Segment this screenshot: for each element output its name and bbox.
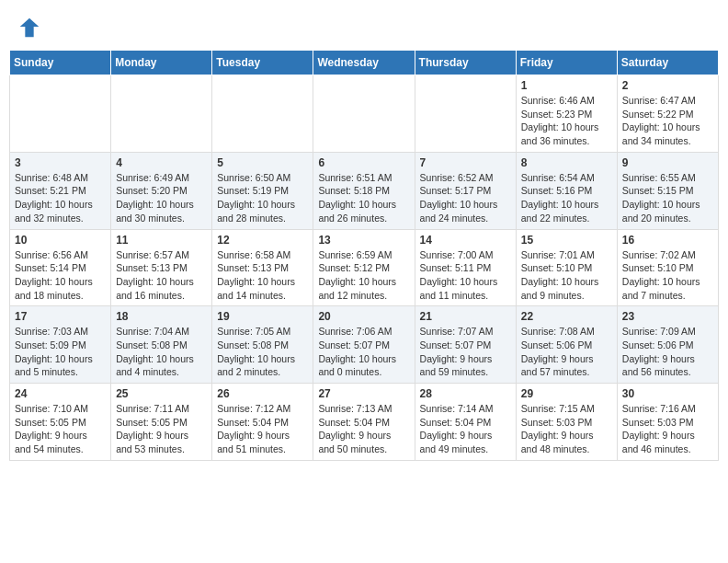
day-info: Sunrise: 7:12 AMSunset: 5:04 PMDaylight:… <box>217 402 308 456</box>
day-info: Sunrise: 6:57 AMSunset: 5:13 PMDaylight:… <box>116 248 207 303</box>
day-info: Sunrise: 7:09 AMSunset: 5:06 PMDaylight:… <box>622 325 713 379</box>
day-number: 9 <box>622 156 713 169</box>
day-info: Sunrise: 6:54 AMSunset: 5:16 PMDaylight:… <box>521 171 612 225</box>
day-info: Sunrise: 7:01 AMSunset: 5:10 PMDaylight:… <box>521 248 612 303</box>
day-number: 25 <box>116 387 207 400</box>
calendar-cell: 19Sunrise: 7:05 AMSunset: 5:08 PMDayligh… <box>212 306 313 384</box>
weekday-header-tuesday: Tuesday <box>212 51 313 75</box>
day-info: Sunrise: 6:49 AMSunset: 5:20 PMDaylight:… <box>116 171 207 225</box>
calendar-cell: 3Sunrise: 6:48 AMSunset: 5:21 PMDaylight… <box>10 152 111 229</box>
calendar-cell: 25Sunrise: 7:11 AMSunset: 5:05 PMDayligh… <box>111 384 212 461</box>
day-number: 28 <box>420 387 511 400</box>
day-info: Sunrise: 7:10 AMSunset: 5:05 PMDaylight:… <box>15 402 106 456</box>
day-info: Sunrise: 6:55 AMSunset: 5:15 PMDaylight:… <box>622 171 713 225</box>
calendar-cell: 5Sunrise: 6:50 AMSunset: 5:19 PMDaylight… <box>212 152 313 229</box>
calendar-cell: 21Sunrise: 7:07 AMSunset: 5:07 PMDayligh… <box>415 306 516 384</box>
day-number: 15 <box>521 234 612 247</box>
day-number: 26 <box>217 387 308 400</box>
page-header <box>9 9 719 46</box>
day-info: Sunrise: 6:52 AMSunset: 5:17 PMDaylight:… <box>420 171 511 225</box>
calendar-cell: 7Sunrise: 6:52 AMSunset: 5:17 PMDaylight… <box>415 152 516 229</box>
day-number: 20 <box>318 310 409 323</box>
calendar-cell <box>10 75 111 153</box>
calendar-week-2: 3Sunrise: 6:48 AMSunset: 5:21 PMDaylight… <box>10 152 719 229</box>
day-number: 4 <box>116 156 207 169</box>
day-info: Sunrise: 7:11 AMSunset: 5:05 PMDaylight:… <box>116 402 207 456</box>
day-info: Sunrise: 7:07 AMSunset: 5:07 PMDaylight:… <box>420 325 511 379</box>
day-info: Sunrise: 7:05 AMSunset: 5:08 PMDaylight:… <box>217 325 308 379</box>
calendar-header: SundayMondayTuesdayWednesdayThursdayFrid… <box>10 51 719 75</box>
day-info: Sunrise: 7:00 AMSunset: 5:11 PMDaylight:… <box>420 248 511 303</box>
calendar-cell: 20Sunrise: 7:06 AMSunset: 5:07 PMDayligh… <box>313 306 415 384</box>
calendar-cell: 13Sunrise: 6:59 AMSunset: 5:12 PMDayligh… <box>313 229 415 306</box>
day-info: Sunrise: 6:46 AMSunset: 5:23 PMDaylight:… <box>521 94 612 148</box>
calendar-cell: 11Sunrise: 6:57 AMSunset: 5:13 PMDayligh… <box>111 229 212 306</box>
day-number: 5 <box>217 156 308 169</box>
day-info: Sunrise: 6:50 AMSunset: 5:19 PMDaylight:… <box>217 171 308 225</box>
day-number: 27 <box>318 387 409 400</box>
day-number: 24 <box>15 387 106 400</box>
calendar-cell <box>111 75 212 153</box>
calendar-cell: 8Sunrise: 6:54 AMSunset: 5:16 PMDaylight… <box>516 152 617 229</box>
day-number: 29 <box>521 387 612 400</box>
day-number: 11 <box>116 234 207 247</box>
day-info: Sunrise: 6:47 AMSunset: 5:22 PMDaylight:… <box>622 94 713 148</box>
calendar-cell: 16Sunrise: 7:02 AMSunset: 5:10 PMDayligh… <box>617 229 718 306</box>
day-info: Sunrise: 7:16 AMSunset: 5:03 PMDaylight:… <box>622 402 713 456</box>
calendar-cell: 17Sunrise: 7:03 AMSunset: 5:09 PMDayligh… <box>10 306 111 384</box>
day-info: Sunrise: 7:08 AMSunset: 5:06 PMDaylight:… <box>521 325 612 379</box>
day-number: 30 <box>622 387 713 400</box>
weekday-header-row: SundayMondayTuesdayWednesdayThursdayFrid… <box>10 51 719 75</box>
day-number: 10 <box>15 234 106 247</box>
calendar-cell: 2Sunrise: 6:47 AMSunset: 5:22 PMDaylight… <box>617 75 718 153</box>
calendar-cell: 6Sunrise: 6:51 AMSunset: 5:18 PMDaylight… <box>313 152 415 229</box>
calendar-cell: 14Sunrise: 7:00 AMSunset: 5:11 PMDayligh… <box>415 229 516 306</box>
day-number: 21 <box>420 310 511 323</box>
day-info: Sunrise: 6:58 AMSunset: 5:13 PMDaylight:… <box>217 248 308 303</box>
day-info: Sunrise: 7:04 AMSunset: 5:08 PMDaylight:… <box>116 325 207 379</box>
day-number: 3 <box>15 156 106 169</box>
calendar-cell: 18Sunrise: 7:04 AMSunset: 5:08 PMDayligh… <box>111 306 212 384</box>
calendar-week-3: 10Sunrise: 6:56 AMSunset: 5:14 PMDayligh… <box>10 229 719 306</box>
day-info: Sunrise: 7:03 AMSunset: 5:09 PMDaylight:… <box>15 325 106 379</box>
day-number: 8 <box>521 156 612 169</box>
logo <box>17 15 44 40</box>
day-info: Sunrise: 6:48 AMSunset: 5:21 PMDaylight:… <box>15 171 106 225</box>
calendar-table: SundayMondayTuesdayWednesdayThursdayFrid… <box>9 50 719 461</box>
calendar-cell: 26Sunrise: 7:12 AMSunset: 5:04 PMDayligh… <box>212 384 313 461</box>
day-info: Sunrise: 7:14 AMSunset: 5:04 PMDaylight:… <box>420 402 511 456</box>
calendar-cell <box>212 75 313 153</box>
calendar-cell: 27Sunrise: 7:13 AMSunset: 5:04 PMDayligh… <box>313 384 415 461</box>
calendar-cell: 10Sunrise: 6:56 AMSunset: 5:14 PMDayligh… <box>10 229 111 306</box>
calendar-cell: 4Sunrise: 6:49 AMSunset: 5:20 PMDaylight… <box>111 152 212 229</box>
weekday-header-sunday: Sunday <box>10 51 111 75</box>
calendar-cell: 23Sunrise: 7:09 AMSunset: 5:06 PMDayligh… <box>617 306 718 384</box>
day-number: 22 <box>521 310 612 323</box>
weekday-header-wednesday: Wednesday <box>313 51 415 75</box>
calendar-cell <box>313 75 415 153</box>
day-info: Sunrise: 7:06 AMSunset: 5:07 PMDaylight:… <box>318 325 409 379</box>
weekday-header-thursday: Thursday <box>415 51 516 75</box>
day-number: 19 <box>217 310 308 323</box>
calendar-cell: 9Sunrise: 6:55 AMSunset: 5:15 PMDaylight… <box>617 152 718 229</box>
calendar-week-4: 17Sunrise: 7:03 AMSunset: 5:09 PMDayligh… <box>10 306 719 384</box>
calendar-cell: 1Sunrise: 6:46 AMSunset: 5:23 PMDaylight… <box>516 75 617 153</box>
day-number: 18 <box>116 310 207 323</box>
calendar-body: 1Sunrise: 6:46 AMSunset: 5:23 PMDaylight… <box>10 75 719 461</box>
calendar-cell: 29Sunrise: 7:15 AMSunset: 5:03 PMDayligh… <box>516 384 617 461</box>
calendar-cell: 15Sunrise: 7:01 AMSunset: 5:10 PMDayligh… <box>516 229 617 306</box>
day-info: Sunrise: 6:56 AMSunset: 5:14 PMDaylight:… <box>15 248 106 303</box>
logo-icon <box>17 15 42 40</box>
day-info: Sunrise: 7:13 AMSunset: 5:04 PMDaylight:… <box>318 402 409 456</box>
day-info: Sunrise: 6:59 AMSunset: 5:12 PMDaylight:… <box>318 248 409 303</box>
day-number: 1 <box>521 79 612 92</box>
day-number: 12 <box>217 234 308 247</box>
day-number: 2 <box>622 79 713 92</box>
day-info: Sunrise: 7:15 AMSunset: 5:03 PMDaylight:… <box>521 402 612 456</box>
calendar-week-1: 1Sunrise: 6:46 AMSunset: 5:23 PMDaylight… <box>10 75 719 153</box>
day-number: 13 <box>318 234 409 247</box>
weekday-header-monday: Monday <box>111 51 212 75</box>
calendar-cell: 30Sunrise: 7:16 AMSunset: 5:03 PMDayligh… <box>617 384 718 461</box>
day-number: 16 <box>622 234 713 247</box>
calendar-cell: 22Sunrise: 7:08 AMSunset: 5:06 PMDayligh… <box>516 306 617 384</box>
